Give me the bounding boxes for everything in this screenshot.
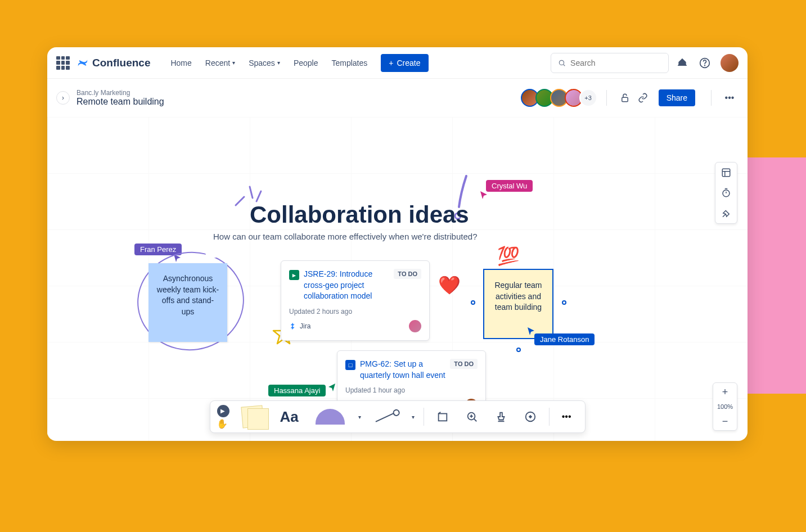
zoom-level[interactable]: 100% [717,401,733,412]
nav-people[interactable]: People [287,54,325,72]
plus-icon: + [389,58,393,67]
selection-handle[interactable] [516,348,521,352]
user-cursor-label: Crystal Wu [486,180,533,192]
nav-home[interactable]: Home [164,54,198,72]
chevron-down-icon: ▾ [232,60,235,66]
svg-point-0 [559,60,564,65]
frame-tool-icon[interactable] [430,405,456,429]
shape-dropdown-icon[interactable]: ▾ [355,414,364,420]
sticky-note-blue[interactable]: Asynchronous weekly team kick-offs and s… [148,263,227,342]
svg-rect-13 [438,414,447,421]
stamp-tool-icon[interactable] [488,405,514,429]
search-icon [558,58,566,67]
divider [711,90,712,106]
whiteboard-subtitle[interactable]: How can our team collaborate more effect… [213,232,478,241]
lock-icon[interactable] [616,89,634,107]
create-button[interactable]: +Create [381,54,428,72]
cursor-icon [174,254,182,262]
product-name: Confluence [92,57,150,69]
nav-recent[interactable]: Recent▾ [199,54,242,72]
page-header: › Banc.ly Marketing Remote team building… [47,79,748,117]
whiteboard-title[interactable]: Collaboration ideas [250,201,469,228]
expand-sidebar-button[interactable]: › [56,91,70,105]
collaborators: +3 [524,89,597,107]
shape-tool[interactable] [309,405,352,429]
svg-line-1 [563,64,565,66]
divider [606,90,607,106]
svg-point-3 [705,65,705,65]
shape-icon [316,409,345,425]
help-icon[interactable] [696,54,714,72]
jira-icon [289,322,297,330]
divider [424,408,424,426]
page-title: Remote team building [76,97,164,107]
top-navigation: Confluence Home Recent▾ Spaces▾ People T… [47,47,748,79]
breadcrumb[interactable]: Banc.ly Marketing [76,89,164,97]
svg-line-16 [474,419,476,422]
chevron-down-icon: ▾ [277,60,280,66]
heart-sticker[interactable]: ❤️ [438,274,461,296]
selection-handle[interactable] [471,300,475,305]
text-icon: Aa [280,408,298,426]
user-cursor-label: Fran Perez [134,244,182,255]
user-avatar[interactable] [721,54,739,72]
svg-rect-6 [722,169,730,177]
right-toolbar [715,162,737,224]
timer-tool-icon[interactable] [715,183,737,203]
nav-spaces[interactable]: Spaces▾ [242,54,287,72]
link-tool-icon[interactable] [517,405,543,429]
pin-tool-icon[interactable] [715,203,737,223]
more-tools-icon[interactable]: ••• [555,405,578,429]
story-icon: ▸ [289,270,299,280]
task-icon: □ [345,360,355,370]
svg-line-12 [723,214,726,217]
user-cursor-label: Hassana Ajayi [268,385,326,396]
notifications-icon[interactable] [673,54,691,72]
card-updated: Updated 1 hour ago [345,386,478,394]
zoom-controls: + 100% − [713,382,737,431]
image-tool-icon[interactable] [459,405,485,429]
share-button[interactable]: Share [659,89,695,106]
play-tool-icon[interactable]: ▶ [217,405,229,417]
svg-rect-4 [622,97,628,102]
confluence-icon [76,57,89,69]
confluence-logo[interactable]: Confluence [76,57,150,69]
assignee-avatar[interactable] [409,320,421,332]
nav-templates[interactable]: Templates [325,54,374,72]
line-icon [375,411,397,422]
status-badge: TO DO [394,269,421,279]
more-actions-icon[interactable]: ••• [721,89,739,107]
link-icon[interactable] [634,89,652,107]
selection-handle[interactable] [562,300,566,305]
text-tool[interactable]: Aa [273,405,305,429]
bottom-toolbar: ▶ ✋ Aa ▾ ▾ ••• [209,400,585,433]
layout-tool-icon[interactable] [715,163,737,183]
app-switcher-icon[interactable] [56,56,70,70]
user-cursor-label: Jane Rotanson [534,333,595,345]
divider [549,408,550,426]
cursor-icon [480,191,488,199]
zoom-out-button[interactable]: − [713,412,737,430]
jira-card[interactable]: ▸ JSRE-29: Introduce cross-geo project c… [281,260,430,341]
app-window: Confluence Home Recent▾ Spaces▾ People T… [47,47,748,441]
line-tool[interactable] [368,405,405,429]
status-badge: TO DO [450,359,478,369]
card-title[interactable]: JSRE-29: Introduce cross-geo project col… [304,269,389,302]
sticky-note-yellow[interactable]: Regular team activities and team buildin… [483,269,553,339]
hundred-sticker[interactable]: 💯 [497,245,520,267]
jira-source-tag: Jira [289,322,310,330]
search-input[interactable] [570,58,661,67]
more-collaborators-button[interactable]: +3 [579,89,597,107]
sticky-note-tool[interactable] [237,405,269,429]
card-updated: Updated 2 hours ago [289,308,421,315]
line-dropdown-icon[interactable]: ▾ [408,414,418,420]
card-title[interactable]: PMG-62: Set up a quarterly town hall eve… [360,359,445,381]
search-box[interactable] [551,53,669,73]
hand-tool-icon[interactable]: ✋ [217,418,229,429]
zoom-in-button[interactable]: + [713,383,737,401]
cursor-icon [327,384,335,391]
whiteboard-canvas[interactable]: Collaboration ideas How can our team col… [47,117,748,441]
